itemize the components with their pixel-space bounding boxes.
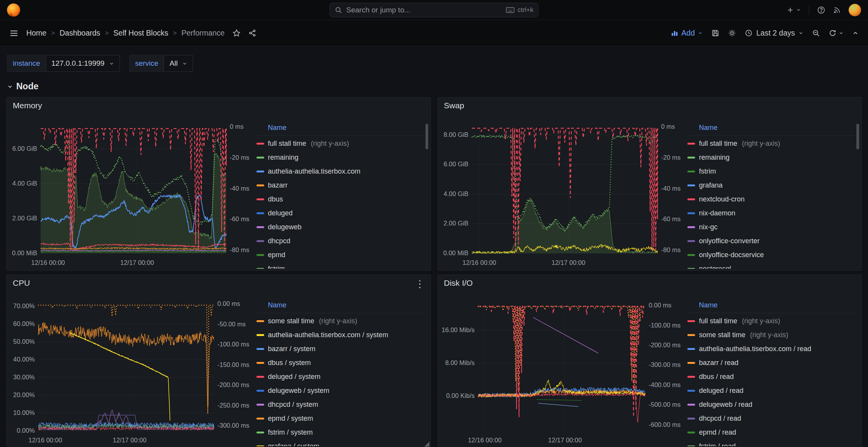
series-label: delugeweb xyxy=(268,223,302,231)
legend-item[interactable]: delugeweb / system xyxy=(256,384,424,398)
legend-item[interactable]: authelia-authelia.tiserbox.com / system xyxy=(256,328,424,342)
panel-header[interactable]: Swap xyxy=(438,97,862,114)
help-button[interactable] xyxy=(817,6,825,14)
swap-time-series-chart[interactable]: 8.00 GiB6.00 GiB4.00 GiB2.00 GiB0.00 MiB… xyxy=(441,114,685,270)
grafana-logo[interactable] xyxy=(7,3,20,17)
add-button[interactable]: Add xyxy=(671,29,703,38)
legend-scrollbar[interactable] xyxy=(856,124,859,149)
series-axis-note: (right y-axis) xyxy=(319,317,357,325)
svg-text:10.00%: 10.00% xyxy=(13,409,35,416)
chart-canvas[interactable]: 8.00 GiB6.00 GiB4.00 GiB2.00 GiB0.00 MiB… xyxy=(441,114,685,270)
search-placeholder: Search or jump to... xyxy=(346,6,410,14)
series-label: dhcpcd / read xyxy=(699,415,741,423)
series-color-swatch xyxy=(687,184,695,186)
favorite-button[interactable] xyxy=(232,29,241,37)
new-button[interactable] xyxy=(786,6,801,14)
breadcrumb-performance: Performance xyxy=(181,29,225,38)
legend-item[interactable]: deluged / read xyxy=(687,384,855,398)
legend-item[interactable]: grafana / system xyxy=(256,439,424,446)
memory-time-series-chart[interactable]: 6.00 GiB4.00 GiB2.00 GiB0.00 MiB0 ms-20 … xyxy=(10,114,254,270)
variable-instance-select[interactable]: 127.0.0.1:19999 xyxy=(46,55,120,72)
legend-item[interactable]: dbus xyxy=(256,192,424,206)
legend-item[interactable]: fstrim xyxy=(687,164,855,178)
svg-text:70.00%: 70.00% xyxy=(13,302,35,309)
legend-item[interactable]: dhcpcd / system xyxy=(256,398,424,411)
svg-text:-80 ms: -80 ms xyxy=(230,246,249,253)
legend-item[interactable]: full stall time(right y-axis) xyxy=(687,314,855,328)
legend-item[interactable]: onlyoffice-converter xyxy=(687,234,855,248)
panel-header[interactable]: CPU xyxy=(7,275,431,291)
chart-canvas[interactable]: 6.00 GiB4.00 GiB2.00 GiB0.00 MiB0 ms-20 … xyxy=(10,114,254,270)
legend-item[interactable]: deluged xyxy=(256,206,424,220)
legend-item[interactable]: some stall time(right y-axis) xyxy=(687,328,855,342)
legend-item[interactable]: remaining xyxy=(256,150,424,164)
panel-menu-icon[interactable]: ⋮ xyxy=(413,277,427,290)
legend-item[interactable]: authelia-authelia.tiserbox.com / read xyxy=(687,342,855,356)
legend-item[interactable]: dhcpcd xyxy=(256,234,424,248)
legend-item[interactable]: some stall time(right y-axis) xyxy=(256,314,424,328)
legend-item[interactable]: deluged / system xyxy=(256,370,424,384)
legend-item[interactable]: fstrim / read xyxy=(687,439,855,446)
legend-item[interactable]: postgresql xyxy=(687,262,855,269)
chevron-down-icon xyxy=(109,61,114,66)
breadcrumb-home[interactable]: Home xyxy=(26,29,46,38)
series-label: full stall time xyxy=(699,140,737,148)
breadcrumb-dashboards[interactable]: Dashboards xyxy=(60,29,100,38)
legend-item[interactable]: grafana xyxy=(687,178,855,192)
panel-header[interactable]: Memory xyxy=(7,97,431,114)
legend-item[interactable]: epmd / system xyxy=(256,411,424,425)
row-node[interactable]: Node xyxy=(0,73,868,96)
svg-text:6.00 GiB: 6.00 GiB xyxy=(443,160,468,167)
legend-item[interactable]: dbus / system xyxy=(256,356,424,370)
legend-item[interactable]: delugeweb / read xyxy=(687,398,855,411)
search-input[interactable]: Search or jump to... ctrl+k xyxy=(330,3,538,17)
zoom-out-button[interactable] xyxy=(812,29,820,37)
legend-item[interactable]: dhcpcd / read xyxy=(687,411,855,425)
disk-io-legend: Namefull stall time(right y-axis)some st… xyxy=(685,291,860,446)
legend-item[interactable]: epmd xyxy=(256,248,424,262)
legend-item[interactable]: epmd / read xyxy=(687,425,855,439)
user-avatar[interactable] xyxy=(849,4,861,16)
refresh-icon xyxy=(829,29,837,37)
legend-item[interactable]: bazarr / system xyxy=(256,342,424,356)
series-label: fstrim / read xyxy=(699,442,736,447)
share-button[interactable] xyxy=(248,29,256,37)
chart-canvas[interactable]: 70.00%60.00%50.00%40.00%30.00%20.00%10.0… xyxy=(10,291,254,447)
legend-item[interactable]: nix-gc xyxy=(687,220,855,234)
panel-resize-handle[interactable] xyxy=(424,442,429,447)
series-label: bazarr xyxy=(268,181,288,189)
rss-icon xyxy=(833,6,841,14)
breadcrumb-self-host-blocks[interactable]: Self Host Blocks xyxy=(113,29,168,38)
legend-item[interactable]: bazarr xyxy=(256,178,424,192)
legend-item[interactable]: full stall time(right y-axis) xyxy=(256,136,424,150)
series-label: dhcpcd / system xyxy=(268,401,318,409)
svg-text:12/16 00:00: 12/16 00:00 xyxy=(468,437,501,444)
panel-header[interactable]: Disk I/O xyxy=(438,275,862,291)
legend-item[interactable]: fstrim / system xyxy=(256,425,424,439)
time-range-picker[interactable]: Last 2 days xyxy=(745,29,803,38)
variable-service-select[interactable]: All xyxy=(164,55,193,72)
legend-item[interactable]: delugeweb xyxy=(256,220,424,234)
legend-item[interactable]: nix-daemon xyxy=(687,206,855,220)
legend-item[interactable]: bazarr / read xyxy=(687,356,855,370)
legend-item[interactable]: fstrim xyxy=(256,262,424,269)
disk-io-time-series-chart[interactable]: 16.00 Mib/s8.00 Mib/s0.00 Kib/s0.00 ms-1… xyxy=(441,291,685,447)
series-label: nextcloud-cron xyxy=(699,195,745,203)
news-button[interactable] xyxy=(833,6,841,14)
menu-button[interactable] xyxy=(9,29,19,38)
dashboard-settings-button[interactable] xyxy=(728,29,736,37)
refresh-button[interactable] xyxy=(829,29,844,37)
breadcrumb-separator: > xyxy=(51,29,55,37)
legend-item[interactable]: full stall time(right y-axis) xyxy=(687,136,855,150)
collapse-toolbar-button[interactable] xyxy=(852,30,859,36)
legend-item[interactable]: nextcloud-cron xyxy=(687,192,855,206)
cpu-time-series-chart[interactable]: 70.00%60.00%50.00%40.00%30.00%20.00%10.0… xyxy=(10,291,254,447)
panel-memory: Memory 6.00 GiB4.00 GiB2.00 GiB0.00 MiB0… xyxy=(6,97,431,271)
chart-canvas[interactable]: 16.00 Mib/s8.00 Mib/s0.00 Kib/s0.00 ms-1… xyxy=(441,291,685,447)
legend-item[interactable]: onlyoffice-docservice xyxy=(687,248,855,262)
legend-scrollbar[interactable] xyxy=(425,124,428,149)
legend-item[interactable]: dbus / read xyxy=(687,370,855,384)
save-dashboard-button[interactable] xyxy=(711,29,719,37)
legend-item[interactable]: remaining xyxy=(687,150,855,164)
legend-item[interactable]: authelia-authelia.tiserbox.com xyxy=(256,164,424,178)
